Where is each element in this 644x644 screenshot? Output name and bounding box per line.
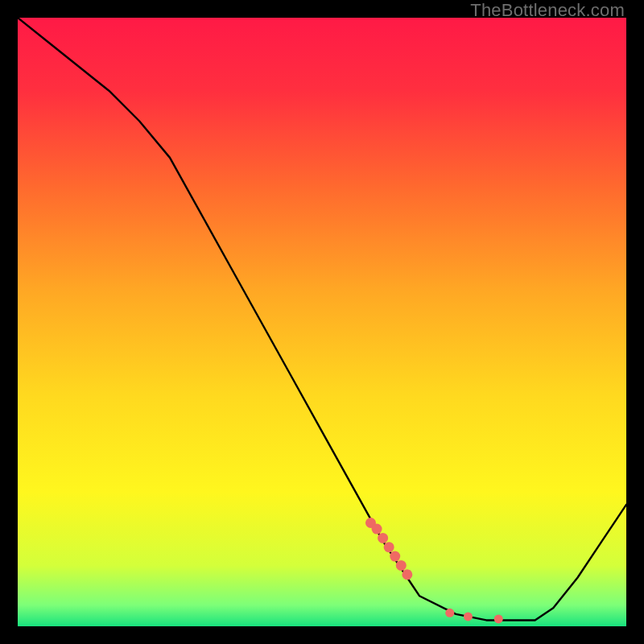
highlight-marker: [402, 569, 412, 580]
chart-background: [18, 18, 626, 626]
highlight-marker: [494, 614, 503, 623]
highlight-marker: [372, 524, 382, 535]
highlight-marker: [396, 560, 407, 571]
chart-frame: [18, 18, 626, 626]
highlight-marker: [464, 612, 473, 621]
highlight-marker: [445, 609, 454, 617]
highlight-marker: [384, 542, 394, 552]
bottleneck-chart: [18, 18, 626, 626]
highlight-marker: [390, 551, 400, 562]
highlight-marker: [378, 533, 388, 543]
